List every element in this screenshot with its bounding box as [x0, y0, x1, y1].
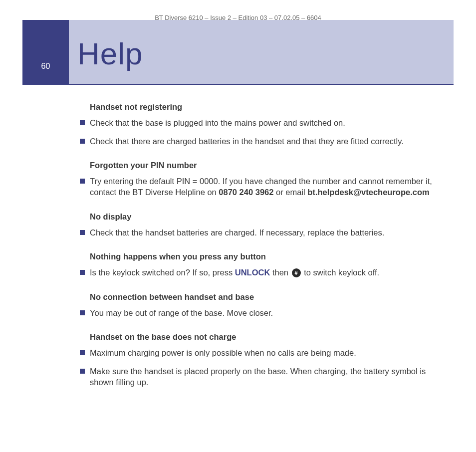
section-heading: Nothing happens when you press any butto… — [90, 251, 446, 262]
item-text: You may be out of range of the base. Mov… — [90, 308, 273, 317]
list-item: Try entering the default PIN = 0000. If … — [80, 176, 446, 198]
item-text: Maximum charging power is only possible … — [90, 348, 356, 357]
list-item: Check that the handset batteries are cha… — [80, 227, 446, 238]
item-text: Check that the handset batteries are cha… — [90, 228, 384, 237]
item-text: Check that the base is plugged into the … — [90, 118, 345, 127]
page-number: 60 — [41, 62, 50, 71]
section-heading: Handset on the base does not charge — [90, 331, 446, 342]
list-item: Maximum charging power is only possible … — [80, 347, 446, 358]
list-item: Make sure the handset is placed properly… — [80, 366, 446, 388]
section-heading: No display — [90, 211, 446, 222]
page-number-box: 60 — [22, 20, 69, 85]
section-heading: Handset not registering — [90, 101, 446, 112]
item-text: Check that there are charged batteries i… — [90, 137, 404, 146]
item-text-mid: or email — [273, 188, 307, 197]
item-text-suffix: to switch keylock off. — [302, 268, 380, 277]
list-item: Is the keylock switched on? If so, press… — [80, 267, 446, 278]
unlock-button-label: UNLOCK — [235, 268, 270, 277]
item-text-mid: then — [270, 268, 290, 277]
content-area: Handset not registering Check that the b… — [80, 97, 446, 395]
item-text-prefix: Is the keylock switched on? If so, press — [90, 268, 235, 277]
section-heading: No connection between handset and base — [90, 291, 446, 302]
list-item: Check that there are charged batteries i… — [80, 136, 446, 147]
list-item: You may be out of range of the base. Mov… — [80, 307, 446, 318]
helpline-email: bt.helpdesk@vtecheurope.com — [307, 188, 429, 197]
section-heading: Forgotten your PIN number — [90, 160, 446, 171]
list-item: Check that the base is plugged into the … — [80, 117, 446, 128]
item-text: Make sure the handset is placed properly… — [90, 367, 426, 387]
helpline-phone: 0870 240 3962 — [219, 188, 273, 197]
page-title: Help — [77, 36, 143, 71]
hash-key-icon: # — [292, 268, 301, 277]
